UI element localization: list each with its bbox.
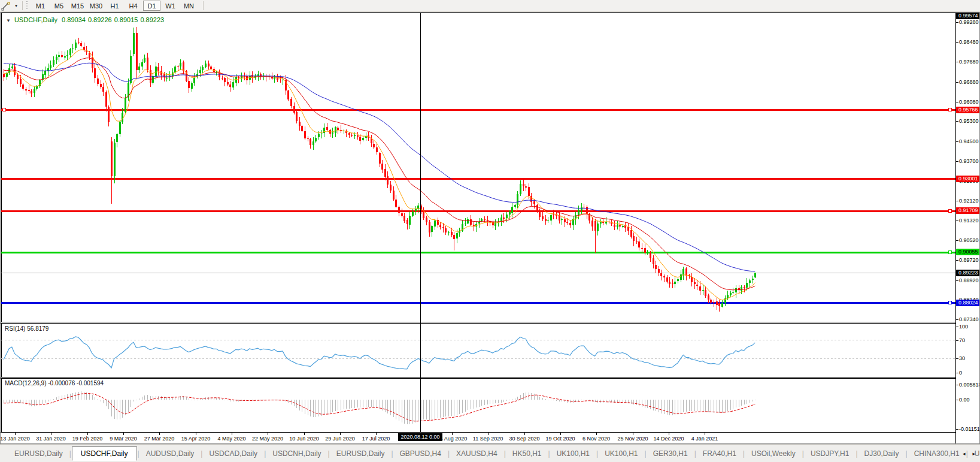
timeframe-button-H1[interactable]: H1: [106, 1, 123, 11]
tool-dropdown-caret[interactable]: ▾: [12, 3, 20, 8]
date-axis-label: 22 May 2020: [252, 436, 283, 442]
price-axis[interactable]: 0.992800.984800.976800.968800.960800.953…: [955, 13, 980, 444]
price-axis-label: 0.90520: [959, 237, 979, 243]
tab-UK100-H1[interactable]: UK100,H1: [551, 447, 596, 460]
tab-UK100-H1[interactable]: UK100,H1: [599, 447, 644, 460]
horizontal-line-0.88024[interactable]: [1, 302, 955, 304]
collapse-caret-icon[interactable]: ▼: [6, 18, 11, 23]
tab-USDCHF-Daily[interactable]: USDCHF,Daily: [72, 446, 137, 461]
date-tick: [452, 433, 453, 435]
macd-panel-canvas[interactable]: [1, 379, 955, 432]
panel-separator[interactable]: [0, 322, 955, 324]
price-axis-label: 0.88920: [959, 277, 979, 283]
horizontal-line-0.95766[interactable]: [1, 109, 955, 111]
tab-separator: |: [264, 449, 266, 458]
tab-separator: |: [448, 449, 450, 458]
axis-tick: [956, 340, 958, 341]
price-highlight-label: 0.99574: [956, 13, 980, 19]
axis-tick: [956, 319, 958, 320]
panel-separator[interactable]: [0, 377, 955, 379]
line-handle-icon[interactable]: [948, 301, 951, 304]
tab-scroll-left-icon[interactable]: ◂: [963, 451, 966, 457]
price-highlight-label: 0.88024: [956, 300, 980, 306]
price-axis-label: 0.98480: [959, 39, 979, 45]
date-tick: [340, 433, 341, 435]
line-draw-tool-icon[interactable]: [0, 1, 12, 11]
tab-GER30-H1[interactable]: GER30,H1: [647, 447, 694, 460]
date-tick: [159, 433, 160, 435]
price-axis-label: 0.96080: [959, 99, 979, 105]
line-handle-icon[interactable]: [2, 108, 5, 111]
price-axis-label: 0.93700: [959, 158, 979, 164]
rsi-panel-canvas[interactable]: [1, 324, 955, 377]
tab-CHINA300-H1[interactable]: CHINA300,H1: [908, 447, 966, 460]
tab-GBPUSD-H4[interactable]: GBPUSD,H4: [394, 447, 447, 460]
timeframe-button-M30[interactable]: M30: [87, 1, 105, 11]
candlestick-series: [3, 27, 756, 312]
tab-separator: |: [328, 449, 330, 458]
timeframe-button-M1[interactable]: M1: [32, 1, 49, 11]
date-tick: [51, 433, 51, 435]
timeframe-button-M5[interactable]: M5: [50, 1, 68, 11]
horizontal-line-0.91709[interactable]: [1, 210, 955, 212]
price-highlight-label: 0.90055: [956, 249, 980, 255]
time-axis[interactable]: 2020.08.12 0:00 13 Jan 202031 Jan 202019…: [0, 433, 955, 444]
tab-separator: |: [596, 449, 598, 458]
tab-EURUSD-Daily[interactable]: EURUSD,Daily: [330, 447, 391, 460]
date-axis-label: 4 May 2020: [217, 436, 245, 442]
horizontal-line-0.93001[interactable]: [1, 178, 955, 180]
tab-items: EURUSD,Daily|USDCHF,Daily|AUDUSD,Daily|U…: [8, 446, 980, 461]
date-tick: [524, 433, 525, 435]
tab-DJ30-Daily[interactable]: DJ30,Daily: [858, 447, 905, 460]
tab-separator: |: [548, 449, 550, 458]
tab-USDJPY-H1[interactable]: USDJPY,H1: [805, 447, 855, 460]
tab-EURUSD-Daily[interactable]: EURUSD,Daily: [8, 447, 69, 460]
axis-tick: [956, 373, 958, 373]
tab-FRA40-H1[interactable]: FRA40,H1: [697, 447, 742, 460]
date-tick: [488, 433, 489, 435]
timeframe-button-group: M1M5M15M30H1H4D1W1MN: [31, 1, 198, 11]
tab-USOil-Weekly[interactable]: USOil,Weekly: [745, 447, 802, 460]
timeframe-button-MN[interactable]: MN: [180, 1, 198, 11]
tab-USDCNH-Daily[interactable]: USDCNH,Daily: [266, 447, 327, 460]
moving-average-8: [4, 50, 755, 300]
price-axis-label: 0.92120: [959, 198, 979, 204]
tab-HK50-H1[interactable]: HK50,H1: [506, 447, 548, 460]
macd-axis-label: 0.005818: [959, 382, 980, 388]
toolbar-grip-handle[interactable]: [26, 1, 29, 10]
line-handle-icon[interactable]: [948, 250, 951, 253]
axis-tick: [956, 42, 958, 43]
date-axis-label: 19 Feb 2020: [72, 436, 103, 442]
price-axis-label: 0.95300: [959, 118, 979, 124]
axis-tick: [956, 429, 958, 430]
tab-scroll-right-icon[interactable]: ▸: [972, 451, 975, 457]
timeframe-button-M15[interactable]: M15: [69, 1, 86, 11]
chart-title[interactable]: ▼USDCHF,Daily 0.890340.892260.890150.892…: [6, 16, 166, 23]
toolbar-separator: [22, 1, 23, 10]
horizontal-line-0.90055[interactable]: [1, 252, 955, 253]
date-axis-label: 15 Apr 2020: [181, 436, 211, 442]
axis-tick: [956, 400, 958, 400]
timeframe-button-H4[interactable]: H4: [125, 1, 142, 11]
tab-scroll-arrows: ◂ ▸: [963, 445, 975, 462]
date-tick: [268, 433, 268, 435]
tab-XAUUSD-H4[interactable]: XAUUSD,H4: [450, 447, 503, 460]
tab-USDCAD-Daily[interactable]: USDCAD,Daily: [203, 447, 263, 460]
tab-separator: |: [906, 449, 908, 458]
rsi-axis-label: 100: [959, 324, 968, 330]
chart-symbol-period: USDCHF,Daily: [14, 16, 57, 23]
axis-tick: [956, 240, 958, 241]
date-axis-label: 13 Jan 2020: [0, 436, 30, 442]
moving-average-21: [4, 58, 755, 290]
tab-AUDUSD-Daily[interactable]: AUDUSD,Daily: [140, 447, 201, 460]
price-highlight-label: 0.95766: [956, 107, 980, 113]
line-handle-icon[interactable]: [948, 108, 951, 111]
rsi-axis-label: 70: [959, 337, 965, 343]
date-axis-label: 6 Nov 2020: [582, 436, 610, 442]
main-chart-canvas[interactable]: [1, 13, 955, 322]
timeframe-button-D1[interactable]: D1: [143, 1, 160, 11]
line-handle-icon[interactable]: [948, 209, 951, 212]
timeframe-button-W1[interactable]: W1: [162, 1, 179, 11]
date-axis-label: 14 Dec 2020: [653, 436, 684, 442]
axis-tick: [956, 82, 958, 83]
